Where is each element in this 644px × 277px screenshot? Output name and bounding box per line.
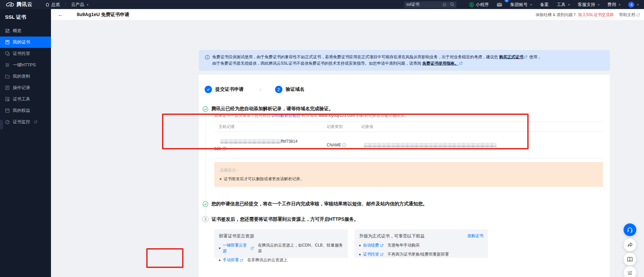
sidebar-item-overview[interactable]: 概览 (0, 25, 51, 37)
chevron-right-icon: › (260, 86, 262, 93)
external-link-icon (251, 247, 254, 250)
sidebar-item-my-benefits[interactable]: 我的权益 (0, 105, 51, 116)
nav-products[interactable]: 云产品 ▾ (67, 0, 93, 9)
sidebar-item-operation-log[interactable]: 操作记录 (0, 82, 51, 93)
nav-group-account[interactable]: 集团账号 ▾ (506, 0, 536, 9)
sidebar-item-one-click-https[interactable]: 一键HTTPS (0, 59, 51, 71)
table-row: ffbf73814 521 CNAME (214, 132, 603, 158)
search-divider (448, 3, 448, 7)
avatar[interactable]: 4 (628, 2, 634, 8)
nav-support[interactable]: 客服支持 ▾ (574, 0, 603, 9)
step3-number: 3 (202, 216, 209, 222)
logo-text: 腾讯云 (16, 1, 33, 8)
nav-tools[interactable]: 工具 ▾ (553, 0, 574, 9)
auto-renew-link[interactable]: 自动续费 (363, 243, 383, 248)
bullet-dot (219, 248, 220, 249)
info-icon (205, 54, 210, 67)
redacted-host-blur (220, 139, 281, 144)
sidebar-collapse-handle[interactable] (0, 120, 3, 129)
col-host: 主机记录 (214, 124, 327, 130)
chevron-down-icon: ▾ (598, 3, 599, 6)
step2-number: 2 (275, 86, 282, 93)
content-card: 提交证书申请 › 2 验证域名 腾讯云已经为您自动添加解析记录，请等待域名完成验… (199, 75, 610, 277)
page-header: ← 8u9Ag1eU 免费证书申请 体验吐槽 & 遇到问题？ 加入SSL证书交流… (51, 9, 644, 20)
sidebar-item-cert-tools[interactable]: 证书工具 (0, 93, 51, 105)
bullet-dot (219, 260, 220, 261)
mail-icon (497, 3, 502, 7)
record-type: CNAME (327, 143, 341, 147)
nav-billing[interactable]: 费用 ▾ (603, 0, 625, 9)
share-float-button[interactable] (624, 238, 636, 251)
cloud-logo-icon (6, 2, 14, 7)
hint-text: 如果证书一直没签发，您可前往 (214, 113, 271, 118)
nav-account[interactable]: 4 ▾ (624, 0, 644, 9)
sidebar-item-my-profile[interactable]: 我的资料 (0, 71, 51, 82)
sliders-icon (5, 63, 10, 67)
host-line2: 521 (214, 146, 221, 151)
external-link-icon (636, 13, 640, 17)
survey-float-button[interactable] (624, 266, 636, 277)
share-arrow-icon (627, 241, 633, 248)
sidebar-item-label: 我的权益 (13, 108, 30, 114)
sidebar-item-cert-monitor[interactable]: 证书监控 (0, 116, 51, 128)
help-doc-link[interactable]: 帮助文档 (619, 12, 640, 18)
nav-group-account-label: 集团账号 (510, 2, 528, 8)
calendar-icon (5, 108, 10, 113)
home-icon (45, 2, 50, 7)
upgrade-card: 升级为正式证书，可享受以下权益 选购证书 自动续费 无需每年手动购买 证书托管 … (355, 229, 488, 258)
section3-title: 证书签发后，您还需要将证书部署到云资源上，方可开启HTTPS服务。 (212, 216, 359, 222)
record-value-cell (361, 143, 603, 147)
search-icon[interactable] (450, 2, 454, 7)
tencent-cloud-logo[interactable]: 腾讯云 (6, 1, 33, 8)
nav-overview[interactable]: 总览 (41, 0, 64, 9)
support-float-button[interactable] (624, 223, 636, 236)
col-type: 记录类型 (327, 124, 361, 130)
step1-label: 提交证书申请 (215, 86, 244, 92)
upgrade-desc: 无需每年手动购买 (387, 243, 420, 248)
mini-program-icon (469, 2, 474, 7)
check-circle-icon (203, 201, 208, 207)
search-input[interactable] (406, 2, 442, 7)
chevron-down-icon: ▾ (568, 3, 570, 6)
sidebar-item-my-certificates[interactable]: 我的证书 (0, 37, 51, 48)
warning-box: 温馨提示： 证书签发后才可以删除或者更改该解析记录。 (214, 162, 603, 187)
manual-deploy-link[interactable]: 手动部署 (223, 257, 243, 263)
main-body: 免费证书仅供测试使用，由于免费证书的兼容性不如正式证书，若将免费证书应用在正式项… (51, 20, 644, 277)
nav-mini-program[interactable]: 小程序 (465, 0, 493, 9)
info-icon[interactable] (342, 143, 346, 147)
cert-hosting-link[interactable]: 证书托管 (363, 252, 383, 257)
nav-icp[interactable]: 备案 (536, 0, 553, 9)
deploy-desc: 在腾讯云的云资源上，如CDN、CLB、轻量服务器 (258, 243, 343, 254)
chevron-down-icon: ▾ (637, 3, 639, 6)
sidebar-item-label: 概览 (13, 28, 21, 34)
gauge-icon (5, 120, 10, 124)
help-doc-label: 帮助文档 (619, 12, 635, 18)
external-link-icon (459, 62, 463, 65)
copy-icon[interactable] (222, 147, 226, 151)
nav-divider (65, 2, 66, 7)
page-title: 8u9Ag1eU 免费证书申请 (77, 12, 129, 18)
chevron-down-icon: ▾ (530, 3, 532, 6)
clear-search-icon[interactable] (442, 3, 446, 7)
chevron-down-icon: ▾ (87, 3, 89, 6)
docs-float-button[interactable] (624, 253, 636, 266)
headset-icon (627, 226, 633, 233)
domain-text: www.xiyouji123.com (319, 113, 355, 118)
sidebar-item-cert-hosting[interactable]: 证书托管 (0, 48, 51, 59)
sidebar-item-label: 我的证书 (13, 39, 30, 45)
free-cert-guide-link[interactable]: 免费证书使用指南。 (422, 61, 459, 66)
dns-console-link[interactable]: DNS解析控制台 (272, 113, 300, 118)
check-circle-icon (203, 106, 208, 112)
nav-search[interactable] (404, 1, 457, 8)
one-click-deploy-link[interactable]: 一键部署云资源 (223, 243, 254, 254)
bullet-dot (220, 178, 221, 180)
join-group-link[interactable]: 加入SSL证书交流群 (578, 12, 614, 18)
link-label: 自动续费 (363, 243, 379, 248)
external-link-icon (240, 259, 243, 262)
nav-messages[interactable]: 2 (493, 0, 506, 9)
buy-cert-action-link[interactable]: 选购证书 (467, 233, 483, 239)
buy-cert-link[interactable]: 购买正式证书 (499, 55, 523, 59)
top-navbar: 腾讯云 总览 云产品 ▾ 小程序 (0, 0, 644, 9)
sidebar-item-label: 证书监控 (13, 119, 30, 125)
back-arrow-icon[interactable]: ← (58, 12, 63, 17)
